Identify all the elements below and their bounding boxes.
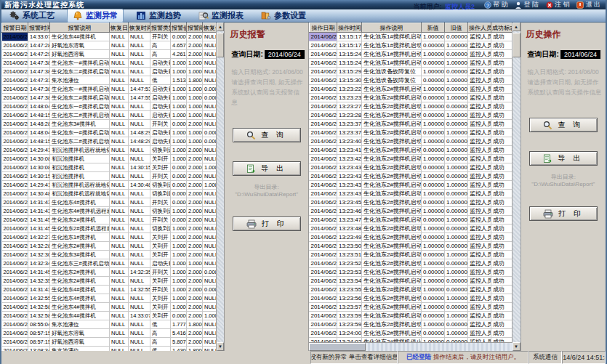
- table-cell[interactable]: 成功: [491, 59, 511, 68]
- table-cell[interactable]: 启动失败: [150, 59, 171, 68]
- table-cell[interactable]: 成功: [491, 251, 511, 259]
- table-cell[interactable]: 1.0000: [187, 102, 203, 111]
- table-cell[interactable]: 0.000000: [444, 120, 467, 129]
- table-cell[interactable]: NULL: [110, 216, 129, 225]
- table-cell[interactable]: 2014/06/24: [309, 190, 337, 198]
- table-cell[interactable]: 成功: [491, 155, 511, 163]
- table-cell[interactable]: 监控人员: [467, 303, 491, 312]
- table-cell[interactable]: 监控人员: [467, 50, 491, 59]
- table-cell[interactable]: 生化池东2#搅拌机启动: [361, 277, 421, 286]
- table-cell[interactable]: NULL: [203, 338, 216, 347]
- table-cell[interactable]: 2014/06/24: [309, 41, 337, 50]
- scroll-down-arrow-icon[interactable]: ▼: [512, 342, 520, 351]
- table-cell[interactable]: 好氧池东溶氧: [50, 41, 110, 50]
- table-cell[interactable]: 08:57:15: [28, 338, 50, 347]
- table-cell[interactable]: 0.000000: [421, 41, 444, 50]
- table-cell[interactable]: 2014/06/24: [2, 41, 28, 50]
- table-cell[interactable]: 生化池东2#搅拌机启动: [361, 329, 421, 338]
- table-cell[interactable]: 14:32:55: [129, 286, 150, 294]
- table-cell[interactable]: 13:23:43: [337, 190, 361, 198]
- table-cell[interactable]: NULL: [129, 233, 150, 242]
- table-cell[interactable]: 13:15:30: [337, 76, 361, 85]
- table-row[interactable]: 2014/06/2413:15:24生化池东1#搅拌机启动1.0000000.0…: [309, 50, 511, 59]
- table-cell[interactable]: NULL: [203, 146, 216, 155]
- table-cell[interactable]: 生化池东2#搅拌机启动: [361, 155, 421, 163]
- table-cell[interactable]: 14:30:48: [129, 181, 150, 190]
- table-cell[interactable]: 13:23:51: [337, 251, 361, 259]
- tab-monitor-trend[interactable]: 监测趋势: [131, 9, 186, 22]
- table-row[interactable]: 2014/06/2413:23:28生化池东2#搅拌机启动0.0000001.0…: [309, 111, 511, 120]
- table-cell[interactable]: 监控人员: [467, 102, 491, 111]
- table-cell[interactable]: 1.0000: [171, 251, 187, 259]
- table-cell[interactable]: 0.000000: [421, 216, 444, 225]
- table-cell[interactable]: 5.8075: [171, 338, 187, 347]
- table-cell[interactable]: 成功: [491, 50, 511, 59]
- table-cell[interactable]: 切换到远程: [150, 225, 171, 233]
- table-cell[interactable]: 监控人员: [467, 225, 491, 233]
- table-cell[interactable]: NULL: [203, 120, 216, 129]
- table-row[interactable]: 2014/06/2408:55:04集水池液位NULLNULL低1.77771.…: [2, 320, 216, 329]
- table-cell[interactable]: 启动失败: [150, 129, 171, 137]
- table-cell[interactable]: NULL: [203, 198, 216, 207]
- table-cell[interactable]: 0.0000: [203, 94, 216, 102]
- scrollbar-thumb[interactable]: [217, 33, 225, 57]
- table-row[interactable]: 2014/06/2414:32:27生化池东1#搅拌机NULLNULL关到开1.…: [2, 233, 216, 242]
- table-cell[interactable]: 0.000000: [444, 33, 467, 41]
- table-cell[interactable]: NULL: [110, 111, 129, 120]
- table-cell[interactable]: 0.000000: [421, 312, 444, 320]
- table-cell[interactable]: 监控人员: [467, 41, 491, 50]
- table-row[interactable]: 2014/06/2413:23:57生化池东2#搅拌机启动1.0000000.0…: [309, 303, 511, 312]
- table-cell[interactable]: 生化池东2#搅拌机启动: [361, 233, 421, 242]
- table-cell[interactable]: 0.000000: [444, 259, 467, 268]
- table-cell[interactable]: 13:23:53: [337, 268, 361, 277]
- table-cell[interactable]: NULL: [129, 216, 150, 225]
- table-row[interactable]: 2014/06/2414:30:15初沉池搅拌机NULLNULL开到关0.000…: [2, 172, 216, 181]
- table-row[interactable]: 2014/06/2414:30:48初沉池搅拌机远程就地切换NULLNULL切换…: [2, 190, 216, 198]
- table-cell[interactable]: 13:23:50: [337, 242, 361, 251]
- scroll-down-arrow-icon[interactable]: ▼: [217, 342, 225, 351]
- table-cell[interactable]: 生化池东3#搅拌机: [50, 251, 110, 259]
- table-cell[interactable]: 2.0000: [187, 172, 203, 181]
- table-cell[interactable]: 2014/06/24: [2, 102, 28, 111]
- table-cell[interactable]: 1.0000: [187, 94, 203, 102]
- table-cell[interactable]: 14:47:38: [28, 94, 50, 102]
- table-cell[interactable]: 1.000000: [421, 190, 444, 198]
- table-cell[interactable]: 生化池东4#搅拌机远程就地切换: [50, 207, 110, 216]
- table-cell[interactable]: NULL: [129, 251, 150, 259]
- table-cell[interactable]: 成功: [491, 181, 511, 190]
- table-cell[interactable]: 初沉池搅拌机远程就地切换: [50, 181, 110, 190]
- table-cell[interactable]: 生化池东2#搅拌机启动: [361, 294, 421, 303]
- table-cell[interactable]: 14:47:53: [129, 85, 150, 94]
- table-cell[interactable]: 生化池东1#搅拌机启动: [361, 41, 421, 50]
- table-cell[interactable]: 生化池东2#搅拌机启动: [361, 259, 421, 268]
- table-cell[interactable]: 1.0000: [171, 225, 187, 233]
- table-cell[interactable]: 生化池东2#搅拌机启动: [361, 137, 421, 146]
- table-cell[interactable]: 成功: [491, 259, 511, 268]
- table-cell[interactable]: 监控人员: [467, 277, 491, 286]
- table-cell[interactable]: NULL: [203, 59, 216, 68]
- table-cell[interactable]: 13:23:42: [337, 155, 361, 163]
- table-cell[interactable]: 生化池东2#搅拌机启动: [361, 172, 421, 181]
- table-cell[interactable]: NULL: [129, 50, 150, 59]
- table-row[interactable]: 2014/06/2414:48:15生化池东二#搅拌机启动异常NULLNULL启…: [2, 111, 216, 120]
- table-cell[interactable]: 生化池东2#搅拌机启动: [361, 207, 421, 216]
- table-cell[interactable]: 切换到就地: [150, 190, 171, 198]
- table-cell[interactable]: 监控人员: [467, 146, 491, 155]
- table-cell[interactable]: 开到关: [150, 120, 171, 129]
- table-cell[interactable]: 14:47:31: [28, 76, 50, 85]
- table-cell[interactable]: 2.0000: [187, 268, 203, 277]
- table-cell[interactable]: 生化池东2#搅拌机启动: [361, 120, 421, 129]
- table-cell[interactable]: 0.0000: [171, 33, 187, 41]
- table-cell[interactable]: 成功: [491, 111, 511, 120]
- table-cell[interactable]: 生化池东2#搅拌机启动: [361, 303, 421, 312]
- table-cell[interactable]: 1.000000: [421, 286, 444, 294]
- table-cell[interactable]: 0.0000: [171, 163, 187, 172]
- table-cell[interactable]: 启动失败: [150, 102, 171, 111]
- table-cell[interactable]: 0.000000: [421, 94, 444, 102]
- table-cell[interactable]: NULL: [129, 120, 150, 129]
- table-cell[interactable]: 2014/06/24: [2, 198, 28, 207]
- table-cell[interactable]: 初沉池搅拌机远程就地切换: [50, 190, 110, 198]
- table-cell[interactable]: 生化池东2#搅拌机启动: [361, 111, 421, 120]
- table-cell[interactable]: 14:32:58: [28, 303, 50, 312]
- table-cell[interactable]: NULL: [110, 329, 129, 338]
